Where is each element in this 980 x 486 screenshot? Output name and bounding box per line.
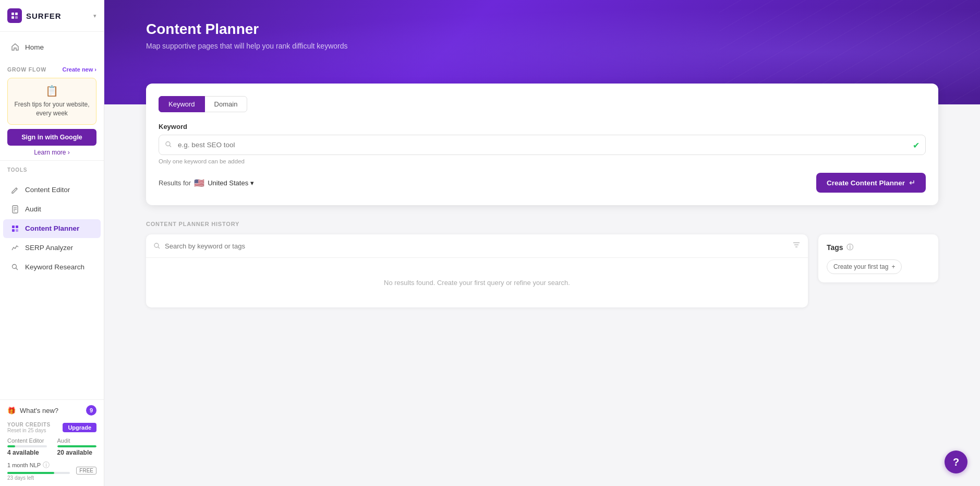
enter-icon: ↵: [909, 179, 915, 187]
svg-rect-2: [11, 16, 14, 19]
svg-point-16: [154, 243, 159, 247]
history-section-title: CONTENT PLANNER HISTORY: [146, 221, 938, 227]
country-chevron-icon: ▾: [250, 179, 254, 187]
svg-rect-10: [12, 229, 15, 232]
sidebar-item-content-editor[interactable]: Content Editor: [3, 181, 101, 199]
serp-analyzer-label: SERP Analyzer: [25, 244, 73, 252]
create-tag-button[interactable]: Create your first tag +: [827, 259, 902, 274]
whats-new-badge: 9: [86, 405, 96, 416]
sidebar-bottom: 🎁 What's new? 9 YOUR CREDITS Reset in 25…: [0, 399, 104, 486]
tags-info-icon[interactable]: ⓘ: [846, 243, 853, 252]
keyword-research-icon: [10, 263, 20, 272]
svg-rect-3: [15, 16, 18, 19]
serp-analyzer-icon: [10, 243, 20, 253]
search-history-icon: [153, 242, 161, 250]
sidebar-item-home[interactable]: Home: [3, 38, 101, 56]
svg-point-12: [13, 264, 17, 268]
keyword-input[interactable]: [159, 135, 926, 155]
sidebar-item-content-planner[interactable]: Content Planner: [3, 219, 101, 238]
sidebar-item-audit[interactable]: Audit: [3, 200, 101, 219]
audit-credits-value: 20 available: [57, 449, 97, 456]
content-editor-label: Content Editor: [25, 186, 70, 194]
history-section: CONTENT PLANNER HISTORY: [146, 221, 938, 307]
planner-card: Keyword Domain Keyword ✔ Only one keywor…: [146, 84, 938, 205]
results-for-label: Results for: [159, 179, 191, 187]
grow-flow-label: GROW FLOW: [7, 66, 46, 73]
hero-subtitle: Map supportive pages that will help you …: [146, 42, 938, 50]
grow-flow-section: GROW FLOW Create new › 📋 Fresh tips for …: [0, 62, 104, 161]
results-for: Results for 🇺🇸 United States ▾: [159, 178, 254, 188]
results-row: Results for 🇺🇸 United States ▾ Create Co…: [159, 173, 926, 193]
nlp-bar-wrap: [7, 472, 70, 474]
create-content-planner-button[interactable]: Create Content Planner ↵: [816, 173, 926, 193]
search-history-input[interactable]: [165, 242, 788, 250]
content-area: Keyword Domain Keyword ✔ Only one keywor…: [104, 84, 980, 328]
keyword-field-label: Keyword: [159, 123, 926, 131]
nlp-free-badge: FREE: [76, 467, 96, 475]
hero-title: Content Planner: [146, 21, 938, 38]
svg-rect-1: [15, 13, 18, 15]
create-tag-label: Create your first tag: [833, 263, 888, 270]
nlp-days-left: 23 days left: [7, 475, 70, 481]
credits-reset: Reset in 25 days: [7, 428, 51, 433]
create-new-link[interactable]: Create new ›: [63, 66, 96, 73]
promo-icon: 📋: [14, 85, 90, 97]
svg-line-15: [170, 145, 171, 147]
sidebar-item-keyword-research[interactable]: Keyword Research: [3, 258, 101, 277]
tags-title: Tags: [827, 243, 843, 252]
content-planner-icon: [10, 224, 20, 233]
home-label: Home: [25, 43, 44, 51]
tab-keyword[interactable]: Keyword: [159, 96, 205, 112]
keyword-research-label: Keyword Research: [25, 263, 84, 271]
history-main: No results found. Create your first quer…: [146, 234, 938, 307]
nlp-label: 1 month NLP: [7, 462, 41, 468]
audit-credits: Audit 20 available: [57, 437, 97, 456]
no-results-text: No results found. Create your first quer…: [146, 258, 808, 307]
logo-chevron-icon: ▾: [93, 13, 96, 19]
help-button[interactable]: ?: [945, 451, 967, 473]
audit-bar-fill: [57, 445, 97, 447]
svg-rect-9: [16, 226, 18, 228]
nlp-info-icon[interactable]: ⓘ: [43, 460, 50, 470]
upgrade-button[interactable]: Upgrade: [63, 423, 96, 432]
logo-text: SURFER: [26, 11, 62, 20]
svg-rect-0: [11, 13, 14, 15]
country-label: United States: [208, 179, 248, 187]
filter-icon[interactable]: [792, 241, 801, 251]
tools-section-label: TOOLS: [0, 161, 104, 175]
search-history-bar: [146, 234, 808, 258]
plus-icon: +: [891, 263, 895, 270]
audit-icon: [10, 205, 20, 214]
svg-rect-8: [12, 226, 15, 228]
whats-new-row[interactable]: 🎁 What's new? 9: [7, 405, 96, 416]
tools-nav: Content Editor Audit: [0, 175, 104, 282]
check-icon: ✔: [913, 140, 919, 150]
grow-flow-promo-card: 📋 Fresh tips for your website, every wee…: [7, 78, 96, 125]
sign-in-google-button[interactable]: Sign in with Google: [7, 129, 96, 146]
svg-line-13: [16, 268, 18, 270]
credits-title: YOUR CREDITS: [7, 422, 51, 428]
create-planner-label: Create Content Planner: [827, 179, 905, 187]
whats-new-label: What's new?: [20, 407, 58, 414]
country-select[interactable]: United States ▾: [208, 179, 254, 187]
sidebar-logo[interactable]: SURFER ▾: [0, 0, 104, 32]
tab-domain[interactable]: Domain: [204, 96, 248, 112]
sidebar: SURFER ▾ Home GROW FLOW Create new › 📋 F…: [0, 0, 104, 486]
content-editor-credits-label: Content Editor: [7, 437, 47, 444]
content-planner-label: Content Planner: [25, 224, 79, 232]
grow-flow-header: GROW FLOW Create new ›: [7, 66, 96, 73]
sidebar-item-serp-analyzer[interactable]: SERP Analyzer: [3, 239, 101, 257]
content-editor-credits-value: 4 available: [7, 449, 47, 456]
gift-icon: 🎁: [7, 407, 16, 414]
keyword-input-wrap: ✔: [159, 135, 926, 155]
search-icon: [165, 140, 172, 149]
main-content: Content Planner Map supportive pages tha…: [104, 0, 980, 486]
history-list: No results found. Create your first quer…: [146, 234, 808, 307]
content-editor-bar-fill: [7, 445, 15, 447]
logo-icon: [7, 8, 22, 23]
content-editor-credits: Content Editor 4 available: [7, 437, 47, 456]
learn-more-link[interactable]: Learn more ›: [7, 149, 96, 156]
input-hint: Only one keyword can be added: [159, 158, 926, 164]
audit-bar: [57, 445, 97, 447]
audit-credits-label: Audit: [57, 437, 97, 444]
